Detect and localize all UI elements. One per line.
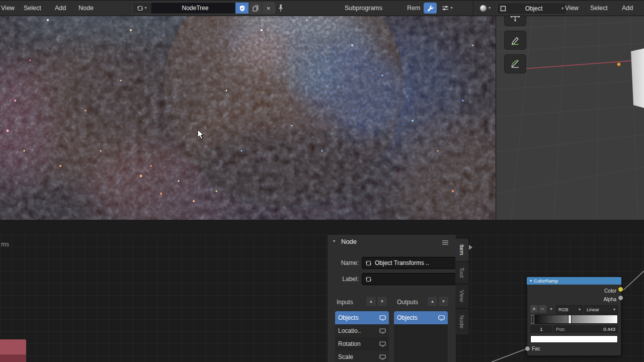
shader-type-value: Object: [525, 5, 543, 12]
execution-settings-button[interactable]: [424, 3, 437, 14]
alpha-output-label: Alpha: [527, 295, 621, 304]
interpolation-dropdown[interactable]: Linear ▾: [584, 305, 618, 314]
list-item[interactable]: Objects: [335, 311, 389, 324]
object-icon: [500, 6, 506, 12]
subprogram-node-fragment[interactable]: [0, 339, 26, 362]
shader-type-dropdown[interactable]: Object ▾: [497, 3, 567, 15]
gradient-stop-selected[interactable]: [568, 315, 572, 324]
annotate-pencil-icon: [510, 35, 520, 45]
sidebar-panel: ▾ Node Name: Object Transforms .. Label:…: [327, 235, 456, 362]
socket-name: Rotation: [338, 340, 361, 347]
inputs-label: Inputs: [337, 299, 353, 306]
options-dropdown-button[interactable]: ▾: [439, 3, 456, 14]
display-icon[interactable]: [438, 315, 445, 321]
display-icon[interactable]: [379, 328, 386, 334]
display-icon[interactable]: [379, 315, 386, 321]
stop-index-field[interactable]: 1: [530, 325, 552, 333]
move-output-down-button[interactable]: ▼: [438, 296, 449, 307]
display-icon[interactable]: [379, 354, 386, 360]
duplicate-icon: [253, 5, 259, 12]
close-icon: ×: [267, 5, 271, 12]
editor-type-button[interactable]: ▾: [477, 3, 493, 14]
name-label: Name:: [328, 259, 359, 266]
list-item[interactable]: Scale: [335, 350, 389, 362]
x-axis-line: [522, 60, 644, 69]
colorramp-title: ColorRamp: [534, 278, 558, 284]
color-mode-value: RGB: [558, 307, 569, 312]
menu-add[interactable]: Add: [622, 1, 633, 16]
move-input-down-button[interactable]: ▼: [377, 296, 387, 307]
pos-label: Pos:: [556, 326, 566, 332]
noodle-fac-input: [492, 349, 525, 362]
list-item[interactable]: Objects: [394, 311, 448, 324]
interpolation-value: Linear: [587, 307, 599, 312]
menu-view[interactable]: View: [565, 1, 579, 16]
colorramp-node-header[interactable]: ▾ ColorRamp: [527, 277, 621, 285]
new-copy-button[interactable]: [249, 3, 262, 14]
remove-button-clipped[interactable]: Rem: [407, 1, 420, 16]
collapse-triangle-icon[interactable]: ▾: [530, 279, 532, 283]
color-mode-dropdown[interactable]: RGB ▾: [556, 305, 583, 314]
shader-editor-canvas[interactable]: ▾ ColorRamp Color Alpha + − ▾ RGB ▾: [473, 235, 644, 362]
menu-select[interactable]: Select: [24, 1, 41, 16]
list-item[interactable]: Locatio..: [335, 324, 389, 337]
menu-add[interactable]: Add: [55, 1, 66, 16]
tab-view[interactable]: View: [455, 284, 469, 308]
node-name-value: Object Transforms ..: [375, 259, 429, 266]
menu-node[interactable]: Node: [78, 1, 94, 16]
rendered-viewport[interactable]: [0, 0, 496, 220]
annotate-tool-button[interactable]: [504, 31, 526, 50]
noodle-color-output: [623, 270, 644, 290]
list-item[interactable]: Rotation: [335, 337, 389, 350]
add-stop-button[interactable]: +: [530, 305, 538, 313]
tab-item[interactable]: Item: [455, 238, 469, 261]
alpha-output-socket[interactable]: [618, 295, 623, 301]
move-input-up-button[interactable]: ▲: [366, 296, 376, 307]
menu-select[interactable]: Select: [590, 1, 608, 16]
shading-sphere-icon: [479, 5, 487, 12]
tab-tool[interactable]: Tool: [455, 261, 469, 284]
stop-color-swatch[interactable]: [530, 335, 618, 343]
display-icon[interactable]: [379, 341, 386, 347]
socket-name: Objects: [338, 314, 359, 321]
shield-icon: [239, 5, 245, 12]
panel-menu-icon[interactable]: [442, 240, 448, 245]
tree-name-field[interactable]: NodeTree: [151, 3, 235, 14]
node-label-field[interactable]: [362, 273, 456, 285]
inputs-list: Objects Locatio.. Rotation: [335, 311, 389, 362]
menu-view[interactable]: View: [1, 1, 15, 16]
tree-browse-button[interactable]: ▾: [133, 3, 151, 14]
pos-value: 0.443: [603, 326, 615, 332]
node-icon: [365, 260, 372, 266]
ramp-options-button[interactable]: ▾: [547, 305, 555, 313]
node-editor-header: View Select Add Node ▾ NodeTree: [0, 0, 473, 16]
colorramp-gradient-bar[interactable]: [530, 315, 618, 324]
socket-name: Objects: [397, 314, 418, 321]
plane-object: [631, 48, 644, 108]
solid-viewport[interactable]: [496, 0, 644, 220]
tab-node[interactable]: Node: [455, 309, 469, 335]
stop-position-field[interactable]: Pos: 0.443: [553, 325, 618, 333]
nodetree-icon: [137, 5, 143, 12]
fac-input-label: Fac: [527, 345, 621, 353]
color-output-socket[interactable]: [618, 287, 623, 292]
node-name-field[interactable]: Object Transforms ..: [362, 257, 456, 269]
socket-name: Scale: [338, 353, 353, 360]
measure-tool-button[interactable]: [504, 54, 526, 73]
colorramp-node-body: Color Alpha + − ▾ RGB ▾ Linear ▾: [527, 285, 621, 356]
pin-icon[interactable]: [278, 4, 284, 12]
measure-tool-icon: [510, 59, 520, 69]
gradient-stop-0[interactable]: [531, 315, 534, 324]
menu-subprograms[interactable]: Subprograms: [345, 1, 382, 16]
rendered-image: [0, 0, 496, 220]
unlink-button[interactable]: ×: [262, 3, 275, 14]
panel-title: Node: [341, 238, 357, 245]
remove-stop-button[interactable]: −: [539, 305, 546, 313]
move-output-up-button[interactable]: ▲: [427, 296, 438, 307]
fac-input-socket[interactable]: [525, 346, 530, 351]
colorramp-node[interactable]: ▾ ColorRamp Color Alpha + − ▾ RGB ▾: [527, 277, 621, 356]
wrench-icon: [427, 5, 434, 12]
region-arrow-icon[interactable]: [469, 245, 472, 250]
fake-user-button[interactable]: [235, 3, 249, 14]
panel-collapse-icon[interactable]: ▾: [333, 239, 335, 243]
